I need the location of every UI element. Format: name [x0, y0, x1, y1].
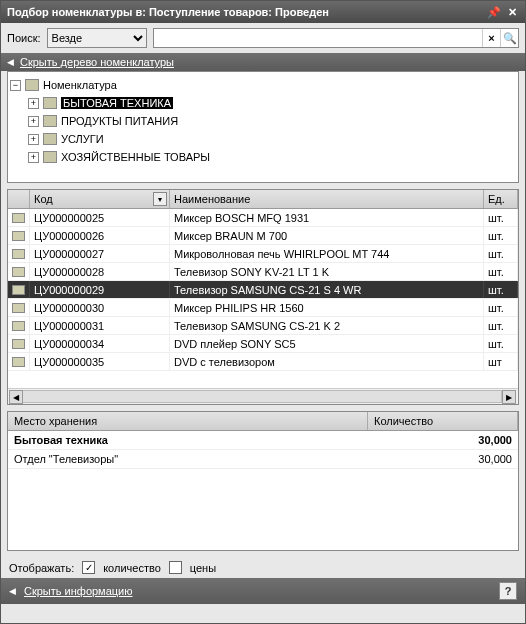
cell-unit: шт. — [484, 281, 518, 298]
cell-name: Микроволновая печь WHIRLPOOL MT 744 — [170, 245, 484, 262]
scroll-left-icon[interactable]: ◀ — [9, 390, 23, 404]
tree-node[interactable]: +ХОЗЯЙСТВЕННЫЕ ТОВАРЫ — [10, 148, 516, 166]
cell-name: Телевизор SAMSUNG CS-21 K 2 — [170, 317, 484, 334]
folder-icon — [25, 79, 39, 91]
cell-name: DVD с телевизором — [170, 353, 484, 370]
table-row[interactable]: ЦУ000000031Телевизор SAMSUNG CS-21 K 2шт… — [8, 317, 518, 335]
cell-unit: шт. — [484, 245, 518, 262]
cell-unit: шт. — [484, 209, 518, 226]
cell-code: ЦУ000000035 — [30, 353, 170, 370]
folder-icon — [43, 133, 57, 145]
pin-icon[interactable]: 📌 — [487, 5, 501, 19]
cell-name: Миксер BRAUN M 700 — [170, 227, 484, 244]
item-icon — [12, 339, 25, 349]
cell-code: ЦУ000000029 — [30, 281, 170, 298]
item-icon — [12, 231, 25, 241]
search-input[interactable] — [154, 29, 482, 47]
cell-code: ЦУ000000025 — [30, 209, 170, 226]
tree-root-node[interactable]: − Номенклатура — [10, 76, 516, 94]
tree-node[interactable]: +ПРОДУКТЫ ПИТАНИЯ — [10, 112, 516, 130]
grid-col-code[interactable]: Код ▾ — [30, 190, 170, 208]
cell-code: ЦУ000000030 — [30, 299, 170, 316]
tree-collapse-link[interactable]: Скрыть дерево номенклатуры — [20, 56, 174, 68]
display-label: Отображать: — [9, 562, 74, 574]
cell-code: ЦУ000000034 — [30, 335, 170, 352]
cell-code: ЦУ000000027 — [30, 245, 170, 262]
cell-code: ЦУ000000031 — [30, 317, 170, 334]
grid-col-name[interactable]: Наименование — [170, 190, 484, 208]
grid-col-icon[interactable] — [8, 190, 30, 208]
tree-expander-icon[interactable]: + — [28, 116, 39, 127]
tree-expander-icon[interactable]: + — [28, 134, 39, 145]
cell-unit: шт — [484, 353, 518, 370]
cell-name: Телевизор SAMSUNG CS-21 S 4 WR — [170, 281, 484, 298]
table-row[interactable]: ЦУ000000034DVD плейер SONY SC5шт. — [8, 335, 518, 353]
storage-place: Отдел "Телевизоры" — [8, 450, 368, 468]
grid-scrollbar[interactable]: ◀ ▶ — [8, 388, 518, 404]
cell-name: Телевизор SONY KV-21 LT 1 K — [170, 263, 484, 280]
cell-name: Миксер PHILIPS HR 1560 — [170, 299, 484, 316]
search-bar: Поиск: Везде × 🔍 — [1, 23, 525, 53]
tree-collapse-strip[interactable]: ◀ Скрыть дерево номенклатуры — [1, 53, 525, 71]
tree-node-label: ХОЗЯЙСТВЕННЫЕ ТОВАРЫ — [61, 151, 210, 163]
items-grid: Код ▾ Наименование Ед. ЦУ000000025Миксер… — [7, 189, 519, 405]
qty-checkbox[interactable]: ✓ — [82, 561, 95, 574]
table-row[interactable]: ЦУ000000028Телевизор SONY KV-21 LT 1 Kшт… — [8, 263, 518, 281]
tree-node-label: БЫТОВАЯ ТЕХНИКА — [61, 97, 173, 109]
cell-name: DVD плейер SONY SC5 — [170, 335, 484, 352]
storage-col-qty[interactable]: Количество — [368, 412, 518, 430]
tree-node-label: ПРОДУКТЫ ПИТАНИЯ — [61, 115, 178, 127]
tree-node-label: УСЛУГИ — [61, 133, 104, 145]
tree-root-label: Номенклатура — [43, 79, 117, 91]
storage-body[interactable]: Бытовая техника30,000Отдел "Телевизоры"3… — [8, 431, 518, 469]
table-row[interactable]: ЦУ000000025Миксер BOSCH MFQ 1931шт. — [8, 209, 518, 227]
folder-icon — [43, 97, 57, 109]
window-title: Подбор номенклатуры в: Поступление товар… — [7, 6, 483, 18]
storage-qty: 30,000 — [368, 450, 518, 468]
info-collapse-strip[interactable]: ◀ Скрыть информацию ? — [1, 578, 525, 604]
table-row[interactable]: ЦУ000000030Миксер PHILIPS HR 1560шт. — [8, 299, 518, 317]
display-options-bar: Отображать: ✓ количество цены — [1, 557, 525, 578]
search-scope-select[interactable]: Везде — [47, 28, 147, 48]
column-dropdown-icon[interactable]: ▾ — [153, 192, 167, 206]
item-icon — [12, 357, 25, 367]
tree-expander-icon[interactable]: − — [10, 80, 21, 91]
grid-col-code-label: Код — [34, 193, 53, 205]
table-row[interactable]: ЦУ000000035DVD с телевизоромшт — [8, 353, 518, 371]
folder-icon — [43, 115, 57, 127]
grid-body[interactable]: ЦУ000000025Миксер BOSCH MFQ 1931шт.ЦУ000… — [8, 209, 518, 388]
storage-qty: 30,000 — [368, 431, 518, 449]
nomenclature-tree[interactable]: − Номенклатура +БЫТОВАЯ ТЕХНИКА+ПРОДУКТЫ… — [7, 71, 519, 183]
cell-code: ЦУ000000028 — [30, 263, 170, 280]
tree-expander-icon[interactable]: + — [28, 98, 39, 109]
tree-node[interactable]: +УСЛУГИ — [10, 130, 516, 148]
scroll-track[interactable]: ◀ ▶ — [9, 390, 502, 403]
item-icon — [12, 249, 25, 259]
clear-search-icon[interactable]: × — [482, 29, 500, 47]
info-collapse-link[interactable]: Скрыть информацию — [24, 585, 133, 597]
storage-col-place[interactable]: Место хранения — [8, 412, 368, 430]
cell-unit: шт. — [484, 263, 518, 280]
table-row[interactable]: ЦУ000000026Миксер BRAUN M 700шт. — [8, 227, 518, 245]
storage-row[interactable]: Бытовая техника30,000 — [8, 431, 518, 450]
item-icon — [12, 285, 25, 295]
storage-row[interactable]: Отдел "Телевизоры"30,000 — [8, 450, 518, 469]
help-button[interactable]: ? — [499, 582, 517, 600]
price-checkbox-label: цены — [190, 562, 216, 574]
item-icon — [12, 321, 25, 331]
titlebar: Подбор номенклатуры в: Поступление товар… — [1, 1, 525, 23]
tree-node[interactable]: +БЫТОВАЯ ТЕХНИКА — [10, 94, 516, 112]
close-icon[interactable]: ✕ — [505, 5, 519, 19]
search-icon[interactable]: 🔍 — [500, 29, 518, 47]
price-checkbox[interactable] — [169, 561, 182, 574]
tree-expander-icon[interactable]: + — [28, 152, 39, 163]
search-label: Поиск: — [7, 32, 41, 44]
scroll-right-icon[interactable]: ▶ — [502, 390, 516, 404]
table-row[interactable]: ЦУ000000027Микроволновая печь WHIRLPOOL … — [8, 245, 518, 263]
cell-code: ЦУ000000026 — [30, 227, 170, 244]
item-icon — [12, 213, 25, 223]
storage-grid: Место хранения Количество Бытовая техник… — [7, 411, 519, 551]
window-root: Подбор номенклатуры в: Поступление товар… — [0, 0, 526, 624]
table-row[interactable]: ЦУ000000029Телевизор SAMSUNG CS-21 S 4 W… — [8, 281, 518, 299]
grid-col-unit[interactable]: Ед. — [484, 190, 518, 208]
